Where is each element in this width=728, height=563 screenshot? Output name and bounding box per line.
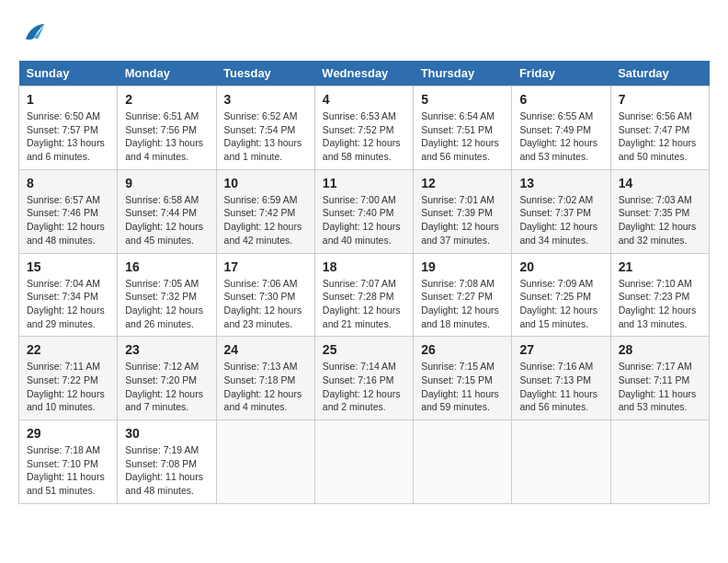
- day-info: Sunrise: 6:53 AM Sunset: 7:52 PM Dayligh…: [323, 109, 405, 164]
- day-info: Sunrise: 7:18 AM Sunset: 7:10 PM Dayligh…: [27, 443, 109, 498]
- calendar-cell: 28Sunrise: 7:17 AM Sunset: 7:11 PM Dayli…: [610, 337, 709, 420]
- week-row-2: 8Sunrise: 6:57 AM Sunset: 7:46 PM Daylig…: [19, 169, 710, 253]
- header-thursday: Thursday: [414, 61, 512, 86]
- calendar-cell: 17Sunrise: 7:06 AM Sunset: 7:30 PM Dayli…: [216, 253, 314, 337]
- day-number: 9: [125, 176, 208, 190]
- day-number: 11: [323, 176, 405, 190]
- day-number: 26: [421, 342, 504, 357]
- header-wednesday: Wednesday: [314, 61, 413, 86]
- day-number: 16: [125, 259, 208, 274]
- calendar-cell: 15Sunrise: 7:04 AM Sunset: 7:34 PM Dayli…: [19, 253, 118, 337]
- calendar-cell: 2Sunrise: 6:51 AM Sunset: 7:56 PM Daylig…: [118, 86, 216, 170]
- day-number: 2: [125, 92, 208, 107]
- day-number: 14: [619, 176, 701, 190]
- day-number: 1: [27, 92, 109, 107]
- calendar-cell: [216, 420, 314, 504]
- day-number: 28: [619, 342, 701, 357]
- day-info: Sunrise: 7:13 AM Sunset: 7:18 PM Dayligh…: [224, 360, 307, 414]
- calendar-cell: 19Sunrise: 7:08 AM Sunset: 7:27 PM Dayli…: [414, 253, 512, 337]
- calendar-cell: 1Sunrise: 6:50 AM Sunset: 7:57 PM Daylig…: [19, 86, 118, 170]
- calendar-cell: 14Sunrise: 7:03 AM Sunset: 7:35 PM Dayli…: [610, 169, 709, 253]
- day-info: Sunrise: 6:50 AM Sunset: 7:57 PM Dayligh…: [27, 109, 109, 164]
- header-saturday: Saturday: [610, 61, 709, 86]
- day-number: 17: [224, 259, 307, 274]
- day-number: 4: [323, 92, 405, 107]
- day-number: 21: [619, 259, 701, 274]
- day-number: 5: [421, 92, 504, 107]
- calendar-cell: 4Sunrise: 6:53 AM Sunset: 7:52 PM Daylig…: [314, 86, 413, 170]
- calendar-cell: [610, 420, 709, 504]
- day-info: Sunrise: 7:00 AM Sunset: 7:40 PM Dayligh…: [323, 193, 405, 247]
- day-info: Sunrise: 7:15 AM Sunset: 7:15 PM Dayligh…: [421, 360, 504, 414]
- day-number: 3: [224, 92, 307, 107]
- day-info: Sunrise: 7:02 AM Sunset: 7:37 PM Dayligh…: [519, 193, 602, 247]
- calendar-cell: 6Sunrise: 6:55 AM Sunset: 7:49 PM Daylig…: [512, 86, 610, 170]
- header-sunday: Sunday: [19, 61, 118, 86]
- day-number: 18: [323, 259, 405, 274]
- day-number: 27: [519, 342, 602, 357]
- calendar-cell: 24Sunrise: 7:13 AM Sunset: 7:18 PM Dayli…: [216, 337, 314, 420]
- calendar-cell: 18Sunrise: 7:07 AM Sunset: 7:28 PM Dayli…: [314, 253, 413, 337]
- day-number: 22: [27, 342, 109, 357]
- day-number: 24: [224, 342, 307, 357]
- week-row-3: 15Sunrise: 7:04 AM Sunset: 7:34 PM Dayli…: [19, 253, 710, 337]
- day-info: Sunrise: 7:09 AM Sunset: 7:25 PM Dayligh…: [519, 277, 602, 331]
- calendar-cell: 8Sunrise: 6:57 AM Sunset: 7:46 PM Daylig…: [19, 169, 118, 253]
- calendar-cell: 23Sunrise: 7:12 AM Sunset: 7:20 PM Dayli…: [118, 337, 216, 420]
- calendar-cell: 13Sunrise: 7:02 AM Sunset: 7:37 PM Dayli…: [512, 169, 610, 253]
- day-info: Sunrise: 7:01 AM Sunset: 7:39 PM Dayligh…: [421, 193, 504, 247]
- calendar-cell: 7Sunrise: 6:56 AM Sunset: 7:47 PM Daylig…: [610, 86, 709, 170]
- day-info: Sunrise: 6:58 AM Sunset: 7:44 PM Dayligh…: [125, 193, 208, 247]
- page-header: [18, 18, 710, 46]
- day-info: Sunrise: 7:06 AM Sunset: 7:30 PM Dayligh…: [224, 277, 307, 331]
- calendar-table: SundayMondayTuesdayWednesdayThursdayFrid…: [18, 61, 710, 504]
- week-row-4: 22Sunrise: 7:11 AM Sunset: 7:22 PM Dayli…: [19, 337, 710, 420]
- day-info: Sunrise: 6:51 AM Sunset: 7:56 PM Dayligh…: [125, 109, 208, 164]
- calendar-cell: 25Sunrise: 7:14 AM Sunset: 7:16 PM Dayli…: [314, 337, 413, 420]
- day-info: Sunrise: 7:08 AM Sunset: 7:27 PM Dayligh…: [421, 277, 504, 331]
- day-number: 13: [519, 176, 602, 190]
- day-info: Sunrise: 7:07 AM Sunset: 7:28 PM Dayligh…: [323, 277, 405, 331]
- logo: [18, 18, 48, 46]
- day-info: Sunrise: 7:16 AM Sunset: 7:13 PM Dayligh…: [519, 360, 602, 414]
- day-info: Sunrise: 6:57 AM Sunset: 7:46 PM Dayligh…: [27, 193, 109, 247]
- week-row-1: 1Sunrise: 6:50 AM Sunset: 7:57 PM Daylig…: [19, 86, 710, 170]
- day-info: Sunrise: 7:11 AM Sunset: 7:22 PM Dayligh…: [27, 360, 109, 414]
- day-info: Sunrise: 6:55 AM Sunset: 7:49 PM Dayligh…: [519, 109, 602, 164]
- calendar-cell: 9Sunrise: 6:58 AM Sunset: 7:44 PM Daylig…: [118, 169, 216, 253]
- day-info: Sunrise: 7:12 AM Sunset: 7:20 PM Dayligh…: [125, 360, 208, 414]
- calendar-cell: [314, 420, 413, 504]
- header-monday: Monday: [118, 61, 216, 86]
- day-info: Sunrise: 7:17 AM Sunset: 7:11 PM Dayligh…: [619, 360, 701, 414]
- day-number: 15: [27, 259, 109, 274]
- day-info: Sunrise: 6:59 AM Sunset: 7:42 PM Dayligh…: [224, 193, 307, 247]
- day-info: Sunrise: 6:54 AM Sunset: 7:51 PM Dayligh…: [421, 109, 504, 164]
- calendar-cell: 22Sunrise: 7:11 AM Sunset: 7:22 PM Dayli…: [19, 337, 118, 420]
- calendar-cell: 3Sunrise: 6:52 AM Sunset: 7:54 PM Daylig…: [216, 86, 314, 170]
- day-number: 20: [519, 259, 602, 274]
- header-friday: Friday: [512, 61, 610, 86]
- calendar-cell: 10Sunrise: 6:59 AM Sunset: 7:42 PM Dayli…: [216, 169, 314, 253]
- header-row: SundayMondayTuesdayWednesdayThursdayFrid…: [19, 61, 710, 86]
- day-number: 8: [27, 176, 109, 190]
- day-info: Sunrise: 7:19 AM Sunset: 7:08 PM Dayligh…: [125, 443, 208, 498]
- day-info: Sunrise: 7:04 AM Sunset: 7:34 PM Dayligh…: [27, 277, 109, 331]
- day-number: 19: [421, 259, 504, 274]
- day-info: Sunrise: 7:03 AM Sunset: 7:35 PM Dayligh…: [619, 193, 701, 247]
- day-number: 6: [519, 92, 602, 107]
- logo-bird-icon: [20, 18, 48, 46]
- day-number: 10: [224, 176, 307, 190]
- calendar-cell: 11Sunrise: 7:00 AM Sunset: 7:40 PM Dayli…: [314, 169, 413, 253]
- day-info: Sunrise: 7:10 AM Sunset: 7:23 PM Dayligh…: [619, 277, 701, 331]
- calendar-cell: 12Sunrise: 7:01 AM Sunset: 7:39 PM Dayli…: [414, 169, 512, 253]
- calendar-cell: 26Sunrise: 7:15 AM Sunset: 7:15 PM Dayli…: [414, 337, 512, 420]
- day-info: Sunrise: 7:05 AM Sunset: 7:32 PM Dayligh…: [125, 277, 208, 331]
- calendar-cell: 5Sunrise: 6:54 AM Sunset: 7:51 PM Daylig…: [414, 86, 512, 170]
- day-number: 30: [125, 426, 208, 441]
- calendar-cell: 27Sunrise: 7:16 AM Sunset: 7:13 PM Dayli…: [512, 337, 610, 420]
- day-number: 12: [421, 176, 504, 190]
- header-tuesday: Tuesday: [216, 61, 314, 86]
- day-info: Sunrise: 6:52 AM Sunset: 7:54 PM Dayligh…: [224, 109, 307, 164]
- calendar-cell: 21Sunrise: 7:10 AM Sunset: 7:23 PM Dayli…: [610, 253, 709, 337]
- day-number: 23: [125, 342, 208, 357]
